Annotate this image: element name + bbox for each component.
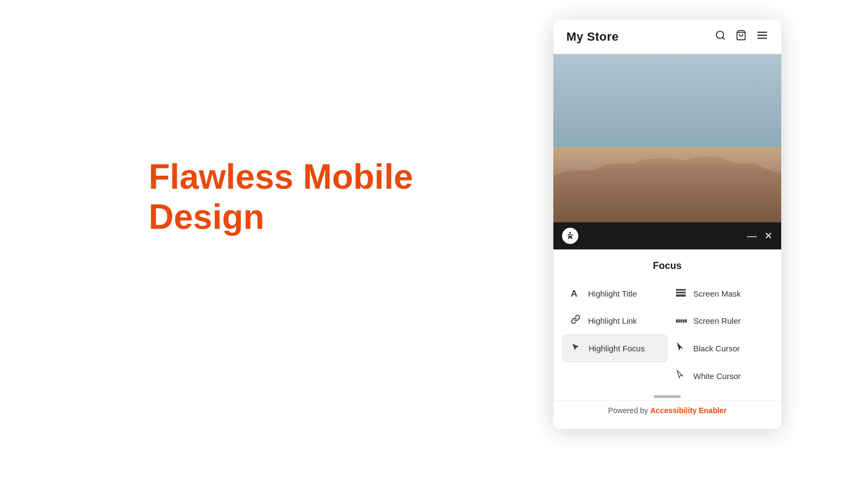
option-black-cursor[interactable]: Black Cursor — [667, 335, 773, 362]
svg-line-1 — [723, 37, 725, 40]
a11y-icon[interactable] — [562, 228, 578, 244]
screen-ruler-icon — [676, 315, 688, 326]
option-screen-ruler[interactable]: Screen Ruler — [667, 307, 773, 335]
svg-rect-9 — [676, 294, 686, 297]
cart-icon[interactable] — [736, 30, 746, 43]
svg-point-6 — [570, 232, 571, 234]
highlight-link-icon — [571, 314, 583, 327]
focus-panel: Focus A Highlight Title Screen Mask High… — [553, 249, 781, 429]
phone-card: My Store — ✕ Focu — [553, 20, 781, 429]
option-highlight-focus[interactable]: Highlight Focus — [562, 335, 667, 362]
white-cursor-icon — [676, 370, 688, 382]
highlight-focus-icon — [571, 343, 583, 354]
a11y-bar: — ✕ — [553, 222, 781, 249]
black-cursor-icon — [676, 342, 688, 355]
headline-line1: Flawless Mobile — [149, 157, 413, 196]
highlight-title-icon: A — [571, 288, 583, 299]
black-cursor-label: Black Cursor — [693, 344, 740, 353]
screen-mask-label: Screen Mask — [693, 289, 741, 298]
panel-scrollbar — [553, 390, 781, 400]
screen-mask-icon — [676, 288, 688, 299]
close-button[interactable]: ✕ — [764, 231, 773, 241]
option-highlight-title[interactable]: A Highlight Title — [562, 280, 667, 307]
store-header: My Store — [553, 20, 781, 54]
screen-ruler-label: Screen Ruler — [693, 316, 741, 325]
highlight-link-label: Highlight Link — [588, 316, 637, 325]
white-cursor-label: White Cursor — [693, 371, 741, 381]
svg-rect-10 — [676, 319, 687, 323]
a11y-bar-controls: — ✕ — [747, 231, 773, 241]
option-white-cursor[interactable]: White Cursor — [667, 362, 773, 390]
options-grid: A Highlight Title Screen Mask Highlight … — [553, 280, 781, 390]
footer-link[interactable]: Accessibility Enabler — [650, 406, 726, 415]
headline-area: Flawless Mobile Design — [149, 157, 413, 237]
scrollbar-thumb[interactable] — [654, 395, 681, 398]
highlight-focus-label: Highlight Focus — [589, 344, 644, 353]
hero-image — [553, 54, 781, 222]
search-icon[interactable] — [715, 30, 726, 43]
option-highlight-link[interactable]: Highlight Link — [562, 307, 667, 335]
menu-icon[interactable] — [756, 29, 768, 44]
headline-line2: Design — [149, 197, 264, 236]
store-title: My Store — [566, 30, 618, 44]
headline-text: Flawless Mobile Design — [149, 157, 413, 237]
store-icons — [715, 29, 768, 44]
panel-footer: Powered by Accessibility Enabler — [553, 400, 781, 423]
svg-rect-8 — [676, 292, 686, 293]
footer-prefix: Powered by — [608, 406, 650, 415]
focus-panel-title: Focus — [553, 260, 781, 272]
highlight-title-label: Highlight Title — [588, 289, 637, 298]
svg-rect-7 — [676, 289, 686, 291]
minimize-button[interactable]: — — [747, 231, 757, 241]
option-screen-mask[interactable]: Screen Mask — [667, 280, 773, 307]
